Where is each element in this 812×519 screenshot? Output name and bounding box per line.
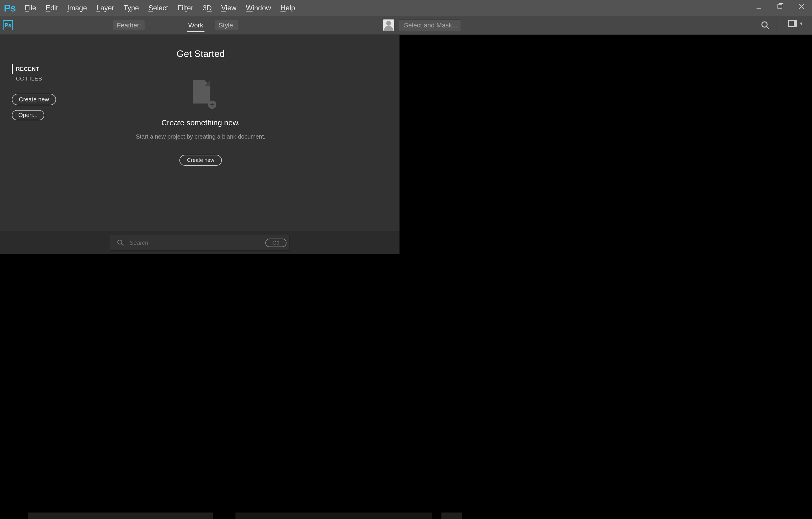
- svg-line-8: [121, 244, 123, 246]
- search-go-button[interactable]: Go: [265, 239, 287, 247]
- menu-view[interactable]: View: [221, 4, 237, 12]
- menu-window[interactable]: Window: [246, 4, 271, 12]
- taskbar-segment[interactable]: [28, 513, 213, 519]
- start-center: Get Started + Create something new. Star…: [83, 49, 319, 166]
- create-something-title: Create something new.: [162, 118, 240, 127]
- side-tab-cc-files[interactable]: CC FILES: [12, 74, 42, 84]
- new-document-icon: +: [193, 80, 213, 106]
- search-icon: [761, 21, 770, 30]
- create-something-sub: Start a new project by creating a blank …: [136, 133, 265, 140]
- get-started-heading: Get Started: [176, 49, 225, 59]
- menubar: Ps File Edit Image Layer Type Select Fil…: [0, 0, 812, 16]
- minimize-button[interactable]: [748, 0, 770, 13]
- svg-rect-1: [778, 5, 782, 8]
- os-taskbar[interactable]: [0, 513, 812, 519]
- menu-select[interactable]: Select: [148, 4, 168, 12]
- svg-line-6: [766, 27, 769, 29]
- svg-point-7: [118, 240, 122, 244]
- search-button[interactable]: [759, 20, 771, 31]
- start-search-input[interactable]: [129, 239, 259, 246]
- empty-canvas-area: [0, 254, 812, 513]
- menu-help[interactable]: Help: [281, 4, 295, 12]
- taskbar-segment[interactable]: [441, 513, 462, 519]
- menu-edit[interactable]: Edit: [46, 4, 58, 12]
- options-divider: [777, 20, 777, 32]
- side-tab-recent[interactable]: RECENT: [12, 64, 42, 74]
- menu-3d[interactable]: 3D: [203, 4, 212, 12]
- menu-filter[interactable]: Filter: [178, 4, 193, 12]
- search-icon-small: [117, 239, 124, 246]
- plus-icon: +: [208, 100, 216, 109]
- empty-canvas-right: [400, 35, 812, 254]
- start-pill-buttons: Create new Open...: [12, 94, 56, 120]
- taskbar-segment[interactable]: [235, 513, 432, 519]
- svg-point-5: [762, 22, 767, 27]
- maximize-button[interactable]: [770, 0, 791, 13]
- workspace-icon: [788, 20, 797, 27]
- document-type-icon[interactable]: Ps: [3, 20, 13, 30]
- start-side-tabs: RECENT CC FILES: [12, 64, 42, 84]
- feather-label[interactable]: Feather:: [113, 20, 145, 30]
- app-logo-text: Ps: [4, 2, 16, 14]
- menu-layer[interactable]: Layer: [96, 4, 114, 12]
- app-logo: Ps: [3, 1, 17, 15]
- window-controls: [748, 0, 812, 13]
- style-label[interactable]: Style:: [215, 20, 238, 30]
- user-account-icon[interactable]: [383, 20, 394, 31]
- work-tab[interactable]: Work: [187, 19, 204, 32]
- center-create-new-button[interactable]: Create new: [179, 155, 222, 166]
- minimize-icon: [755, 3, 762, 10]
- menu-image[interactable]: Image: [67, 4, 87, 12]
- menu-type[interactable]: Type: [124, 4, 139, 12]
- start-search-strip: Go: [0, 231, 400, 254]
- chevron-down-icon: ▾: [800, 20, 803, 27]
- svg-rect-2: [779, 3, 783, 7]
- start-search-block: Go: [110, 235, 290, 251]
- workspace-switcher[interactable]: ▾: [788, 20, 803, 27]
- start-workspace: RECENT CC FILES Create new Open... Get S…: [0, 35, 400, 254]
- open-button[interactable]: Open...: [12, 110, 44, 120]
- document-type-icon-text: Ps: [5, 22, 11, 29]
- close-button[interactable]: [791, 0, 812, 13]
- menu-file[interactable]: File: [25, 4, 36, 12]
- create-new-button[interactable]: Create new: [12, 94, 56, 105]
- close-icon: [798, 3, 805, 10]
- select-and-mask-button[interactable]: Select and Mask...: [399, 20, 461, 31]
- maximize-icon: [777, 3, 784, 10]
